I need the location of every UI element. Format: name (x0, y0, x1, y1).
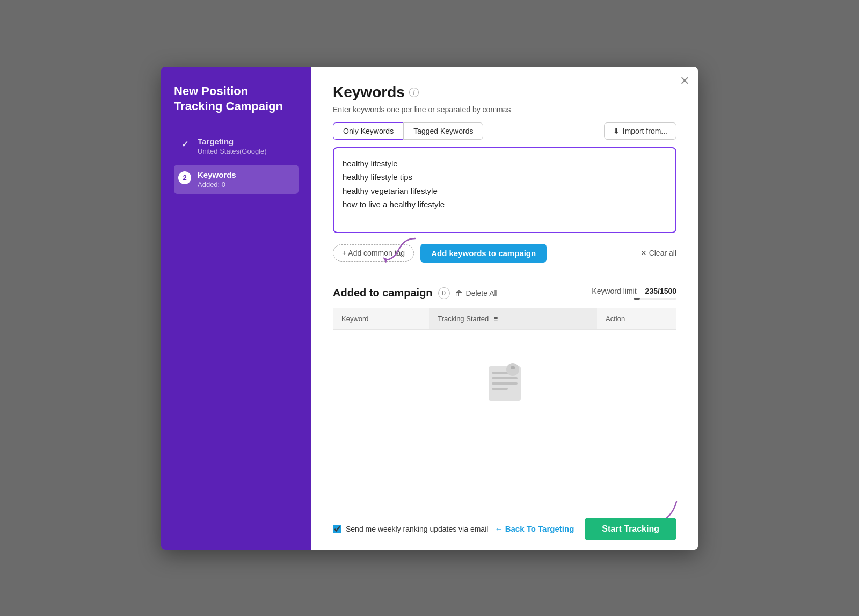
keyword-limit-row: Keyword limit 235/1500 (592, 287, 676, 295)
campaign-title: New Position Tracking Campaign (174, 84, 299, 114)
info-icon[interactable]: i (409, 88, 419, 97)
import-button[interactable]: ⬇ Import from... (604, 122, 676, 140)
add-keywords-container: Add keywords to campaign (420, 244, 547, 263)
svg-rect-5 (492, 388, 508, 390)
start-tracking-container: Start Tracking (585, 518, 676, 540)
sidebar-step-keywords[interactable]: 2 Keywords Added: 0 (174, 165, 299, 194)
delete-icon: 🗑 (455, 289, 463, 298)
campaign-header: Added to campaign 0 🗑 Delete All Keyword… (333, 287, 676, 300)
campaign-section-title: Added to campaign (333, 287, 433, 299)
empty-state (333, 330, 676, 437)
keywords-textarea[interactable]: healthy lifestyle healthy lifestyle tips… (333, 147, 676, 233)
step-check-icon: ✓ (178, 138, 191, 151)
sidebar: New Position Tracking Campaign ✓ Targeti… (161, 67, 311, 550)
close-button[interactable]: ✕ (680, 75, 689, 87)
keyword-limit-bar-fill (634, 298, 640, 300)
modal-footer: Send me weekly ranking updates via email… (311, 508, 698, 550)
add-tag-button[interactable]: + Add common tag (333, 244, 414, 262)
keyword-tabs: Only Keywords Tagged Keywords (333, 122, 483, 140)
step-number-2: 2 (178, 171, 191, 184)
svg-rect-4 (492, 382, 518, 385)
keyword-limit-bar (634, 298, 676, 300)
back-to-targeting-button[interactable]: ← Back To Targeting (495, 524, 574, 533)
table-header-action: Action (597, 308, 676, 330)
page-title-row: Keywords i (333, 84, 676, 101)
delete-all-label: Delete All (466, 289, 498, 298)
email-checkbox[interactable] (333, 525, 341, 533)
footer-buttons: ← Back To Targeting Start Tracking (495, 518, 677, 540)
keyword-limit-info: Keyword limit 235/1500 (592, 287, 676, 300)
campaign-count-badge: 0 (438, 287, 450, 299)
empty-state-icon (483, 362, 526, 405)
table-header-keyword: Keyword (333, 308, 429, 330)
page-title: Keywords (333, 84, 405, 101)
tracking-started-label: Tracking Started (438, 315, 489, 323)
keywords-step-label: Keywords (198, 170, 236, 179)
targeting-step-label: Targeting (198, 137, 267, 146)
tab-tagged-keywords[interactable]: Tagged Keywords (403, 122, 483, 140)
delete-all-button[interactable]: 🗑 Delete All (455, 289, 498, 298)
close-icon: ✕ (680, 74, 689, 88)
targeting-step-sub: United States(Google) (198, 147, 267, 155)
keyword-limit-value: 235/1500 (645, 287, 676, 295)
sidebar-step-targeting[interactable]: ✓ Targeting United States(Google) (174, 132, 299, 161)
svg-rect-7 (511, 366, 515, 369)
keyword-limit-label: Keyword limit (592, 287, 636, 295)
tab-only-keywords[interactable]: Only Keywords (333, 122, 403, 140)
import-icon: ⬇ (613, 127, 620, 135)
import-label: Import from... (623, 127, 667, 135)
clear-all-label: Clear all (649, 249, 676, 257)
clear-x-icon: ✕ (640, 249, 647, 257)
main-content-area: Keywords i Enter keywords one per line o… (311, 67, 698, 508)
keywords-step-sub: Added: 0 (198, 180, 236, 189)
start-tracking-button[interactable]: Start Tracking (585, 518, 676, 540)
clear-all-button[interactable]: ✕ Clear all (640, 249, 676, 257)
sort-icon[interactable]: ≡ (494, 315, 498, 323)
email-checkbox-label: Send me weekly ranking updates via email (346, 525, 488, 533)
add-keywords-button[interactable]: Add keywords to campaign (420, 244, 547, 263)
campaign-title-row: Added to campaign 0 🗑 Delete All (333, 287, 498, 299)
svg-rect-3 (492, 377, 518, 379)
tabs-row: Only Keywords Tagged Keywords ⬇ Import f… (333, 122, 676, 140)
page-subtitle: Enter keywords one per line or separated… (333, 105, 676, 114)
main-panel: ✕ Keywords i Enter keywords one per line… (311, 67, 698, 550)
modal-dialog: New Position Tracking Campaign ✓ Targeti… (161, 67, 698, 550)
email-checkbox-row: Send me weekly ranking updates via email (333, 525, 488, 533)
keywords-table: Keyword Tracking Started ≡ Action (333, 308, 676, 437)
campaign-section: Added to campaign 0 🗑 Delete All Keyword… (333, 276, 676, 437)
left-actions: + Add common tag Add keywords to campaig… (333, 244, 547, 263)
table-header-tracking: Tracking Started ≡ (429, 308, 597, 330)
actions-row: + Add common tag Add keywords to campaig… (333, 244, 676, 263)
